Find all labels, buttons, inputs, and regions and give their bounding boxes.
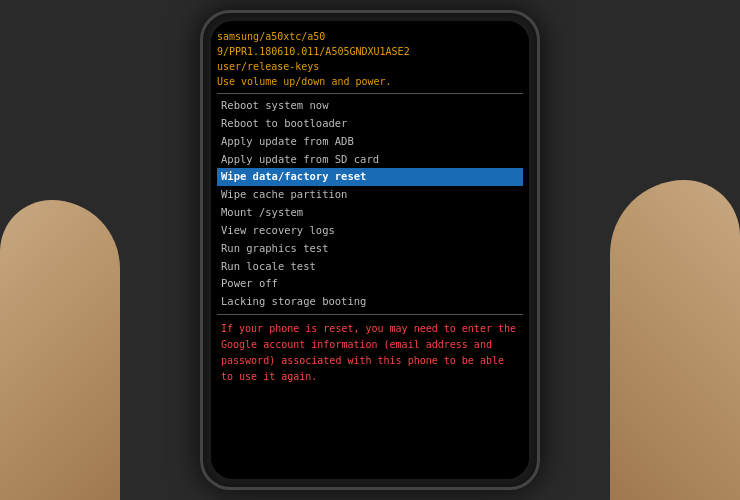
device-info-line4: Use volume up/down and power. <box>217 74 523 89</box>
menu-item-apply-adb[interactable]: Apply update from ADB <box>217 133 523 151</box>
menu-item-view-logs[interactable]: View recovery logs <box>217 222 523 240</box>
phone-screen-container: samsung/a50xtc/a50 9/PPR1.180610.011/A50… <box>211 21 529 479</box>
divider-bottom <box>217 314 523 315</box>
hand-right <box>610 180 740 500</box>
phone: samsung/a50xtc/a50 9/PPR1.180610.011/A50… <box>200 10 540 490</box>
menu-item-reboot-bootloader[interactable]: Reboot to bootloader <box>217 115 523 133</box>
menu-item-locale-test[interactable]: Run locale test <box>217 258 523 276</box>
menu-item-wipe-cache[interactable]: Wipe cache partition <box>217 186 523 204</box>
menu-item-lacking-storage[interactable]: Lacking storage booting <box>217 293 523 311</box>
device-info-line2: 9/PPR1.180610.011/A505GNDXU1ASE2 <box>217 44 523 59</box>
recovery-menu: Reboot system now Reboot to bootloader A… <box>217 97 523 311</box>
menu-item-wipe-data[interactable]: Wipe data/factory reset <box>217 168 523 186</box>
scene: samsung/a50xtc/a50 9/PPR1.180610.011/A50… <box>0 0 740 500</box>
device-info-line3: user/release-keys <box>217 59 523 74</box>
recovery-screen: samsung/a50xtc/a50 9/PPR1.180610.011/A50… <box>211 21 529 479</box>
device-info-line1: samsung/a50xtc/a50 <box>217 29 523 44</box>
divider-top <box>217 93 523 94</box>
hand-left <box>0 200 120 500</box>
menu-item-apply-sd[interactable]: Apply update from SD card <box>217 151 523 169</box>
menu-item-reboot-system[interactable]: Reboot system now <box>217 97 523 115</box>
menu-item-mount-system[interactable]: Mount /system <box>217 204 523 222</box>
frp-warning: If your phone is reset, you may need to … <box>217 321 523 385</box>
device-info: samsung/a50xtc/a50 9/PPR1.180610.011/A50… <box>217 29 523 89</box>
menu-item-power-off[interactable]: Power off <box>217 275 523 293</box>
menu-item-graphics-test[interactable]: Run graphics test <box>217 240 523 258</box>
